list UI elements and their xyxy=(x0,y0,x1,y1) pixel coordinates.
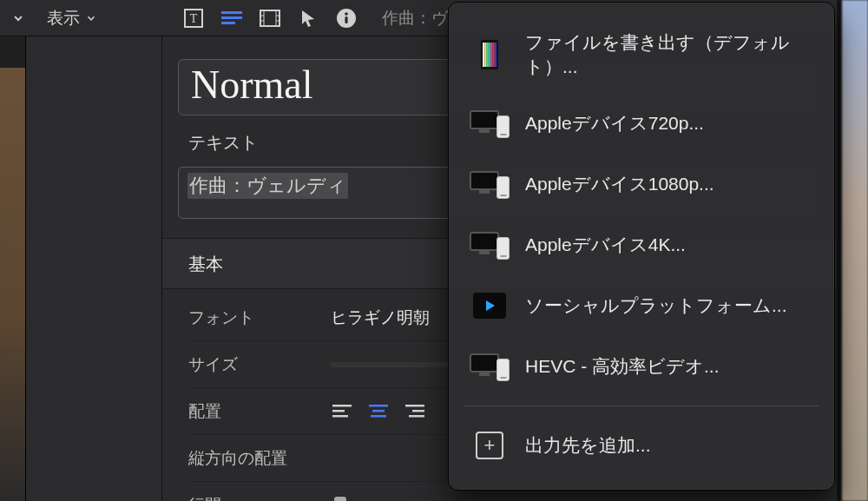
svg-rect-14 xyxy=(345,16,347,23)
devices-icon xyxy=(470,228,510,261)
paragraph-inspector-tab[interactable] xyxy=(220,7,243,30)
desktop-background-sliver xyxy=(837,0,868,501)
svg-rect-23 xyxy=(409,415,424,418)
viewer-panel-sliver xyxy=(0,36,26,501)
svg-rect-3 xyxy=(221,16,242,19)
leading-label: 行間 xyxy=(188,494,319,502)
export-apple-720p-item[interactable]: Appleデバイス720p... xyxy=(457,95,825,152)
svg-rect-29 xyxy=(490,43,492,67)
valign-label: 縦方向の配置 xyxy=(188,447,319,470)
inspector-tab-icons: T xyxy=(153,7,358,30)
info-inspector-tab[interactable] xyxy=(335,7,358,30)
menu-item-label: Appleデバイス720p... xyxy=(525,111,704,135)
export-apple-4k-item[interactable]: Appleデバイス4K... xyxy=(457,216,825,274)
colorbar-thumbnail-icon xyxy=(470,38,510,71)
export-menu-popover: ファイルを書き出す（デフォルト）... Appleデバイス720p... App… xyxy=(448,2,835,491)
svg-rect-31 xyxy=(495,43,496,67)
export-apple-1080p-item[interactable]: Appleデバイス1080p... xyxy=(457,155,825,213)
devices-icon xyxy=(470,168,510,201)
menu-item-label: ソーシャルプラットフォーム... xyxy=(525,293,787,318)
svg-text:T: T xyxy=(190,12,198,25)
svg-rect-27 xyxy=(487,43,489,67)
menu-item-label: 出力先を追加... xyxy=(525,433,651,458)
devices-icon xyxy=(470,107,510,140)
menu-item-label: ファイルを書き出す（デフォルト）... xyxy=(525,30,813,79)
cursor-inspector-tab[interactable] xyxy=(297,7,319,30)
menu-separator xyxy=(464,405,819,406)
social-video-icon xyxy=(470,289,510,322)
svg-rect-16 xyxy=(332,410,345,412)
title-text-value: 作曲：ヴェルディ xyxy=(187,173,348,199)
font-value[interactable]: ヒラギノ明朝 xyxy=(331,307,430,329)
menu-item-label: Appleデバイス1080p... xyxy=(525,172,714,196)
svg-rect-2 xyxy=(221,11,242,14)
svg-rect-18 xyxy=(369,405,388,407)
svg-rect-15 xyxy=(332,405,352,407)
align-center-button[interactable] xyxy=(367,402,390,421)
svg-rect-22 xyxy=(412,410,424,412)
plus-box-icon: + xyxy=(470,429,510,462)
chevron-down-icon xyxy=(85,12,97,24)
svg-rect-5 xyxy=(260,10,279,26)
text-inspector-tab[interactable]: T xyxy=(182,7,205,30)
devices-icon xyxy=(470,350,510,383)
add-destination-item[interactable]: + 出力先を追加... xyxy=(457,417,825,474)
back-chevron-icon[interactable] xyxy=(7,11,30,25)
export-hevc-item[interactable]: HEVC - 高効率ビデオ... xyxy=(457,338,825,395)
menu-item-label: HEVC - 高効率ビデオ... xyxy=(525,354,720,379)
svg-point-13 xyxy=(345,12,348,16)
svg-rect-4 xyxy=(221,22,235,24)
align-label: 配置 xyxy=(188,400,319,423)
align-left-button[interactable] xyxy=(331,402,353,421)
size-label: サイズ xyxy=(188,353,319,376)
app-window: 表示 T 作曲：ヴェ Normal xyxy=(0,0,837,501)
svg-rect-26 xyxy=(484,43,486,67)
align-right-button[interactable] xyxy=(404,402,426,421)
svg-rect-21 xyxy=(405,405,424,407)
svg-rect-19 xyxy=(372,410,385,412)
svg-rect-25 xyxy=(483,43,484,67)
slider-knob[interactable] xyxy=(334,497,346,502)
video-inspector-tab[interactable] xyxy=(259,7,281,30)
svg-rect-20 xyxy=(371,415,386,418)
display-menu[interactable]: 表示 xyxy=(42,3,102,33)
export-social-item[interactable]: ソーシャルプラットフォーム... xyxy=(457,277,825,334)
svg-rect-17 xyxy=(332,415,348,418)
font-label: フォント xyxy=(188,307,319,329)
display-menu-label: 表示 xyxy=(47,7,80,30)
svg-rect-30 xyxy=(493,43,495,67)
menu-item-label: Appleデバイス4K... xyxy=(525,233,686,257)
export-file-default-item[interactable]: ファイルを書き出す（デフォルト）... xyxy=(457,18,825,91)
svg-rect-28 xyxy=(489,43,490,67)
